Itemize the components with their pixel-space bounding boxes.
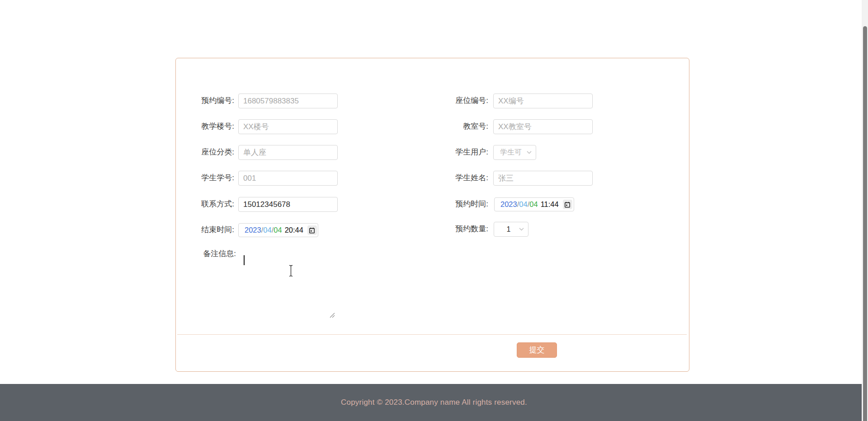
chevron-down-icon bbox=[527, 151, 532, 154]
label-contact: 联系方式: bbox=[184, 199, 234, 209]
submit-button[interactable]: 提交 bbox=[517, 342, 557, 358]
end-time-year: 2023 bbox=[245, 226, 261, 234]
label-quantity: 预约数量: bbox=[438, 224, 488, 234]
label-seat-category: 座位分类: bbox=[184, 147, 234, 157]
page-footer: Copyright © 2023.Company name All rights… bbox=[0, 384, 868, 421]
label-student-user: 学生用户: bbox=[438, 147, 488, 157]
form-divider bbox=[177, 334, 687, 335]
quantity-value: 1 bbox=[498, 225, 519, 234]
building-no-input[interactable] bbox=[238, 119, 338, 134]
end-time-input[interactable]: 2023/04/0420:44 bbox=[238, 223, 318, 237]
chevron-down-icon bbox=[519, 228, 524, 231]
reserve-time-input[interactable]: 2023/04/0411:44 bbox=[494, 197, 574, 211]
remarks-textarea[interactable] bbox=[238, 252, 336, 319]
label-classroom-no: 教室号: bbox=[438, 122, 488, 131]
vertical-scrollbar-track[interactable] bbox=[862, 0, 868, 421]
student-name-input[interactable] bbox=[493, 171, 593, 186]
vertical-scrollbar-thumb[interactable] bbox=[863, 26, 867, 421]
end-time-clock: 20:44 bbox=[285, 226, 303, 234]
contact-input[interactable] bbox=[238, 197, 338, 212]
calendar-icon[interactable] bbox=[307, 225, 317, 235]
classroom-no-input[interactable] bbox=[493, 119, 593, 134]
label-remarks: 备注信息: bbox=[185, 249, 236, 259]
label-student-name: 学生姓名: bbox=[438, 173, 488, 183]
end-time-month: 04 bbox=[263, 226, 271, 234]
reserve-time-month: 04 bbox=[519, 200, 527, 209]
student-user-value: 学生可 bbox=[500, 148, 522, 157]
label-building-no: 教学楼号: bbox=[184, 122, 234, 131]
reserve-time-clock: 11:44 bbox=[541, 200, 559, 209]
label-seat-no: 座位编号: bbox=[438, 96, 488, 106]
reserve-time-year: 2023 bbox=[500, 200, 517, 209]
calendar-icon[interactable] bbox=[563, 200, 572, 209]
label-reserve-time: 预约时间: bbox=[438, 199, 488, 209]
reserve-time-day: 04 bbox=[529, 200, 538, 209]
text-caret bbox=[244, 255, 245, 265]
label-end-time: 结束时间: bbox=[184, 225, 234, 235]
seat-category-input[interactable] bbox=[238, 145, 338, 160]
label-student-no: 学生学号: bbox=[184, 173, 234, 183]
reservation-no-input[interactable] bbox=[238, 94, 338, 108]
end-time-day: 04 bbox=[274, 226, 282, 234]
copyright-text: Copyright © 2023.Company name All rights… bbox=[341, 398, 527, 407]
seat-no-input[interactable] bbox=[493, 94, 593, 108]
student-user-select[interactable]: 学生可 bbox=[493, 145, 536, 160]
quantity-select[interactable]: 1 bbox=[494, 222, 528, 237]
label-reservation-no: 预约编号: bbox=[184, 96, 234, 106]
student-no-input[interactable] bbox=[238, 171, 338, 186]
